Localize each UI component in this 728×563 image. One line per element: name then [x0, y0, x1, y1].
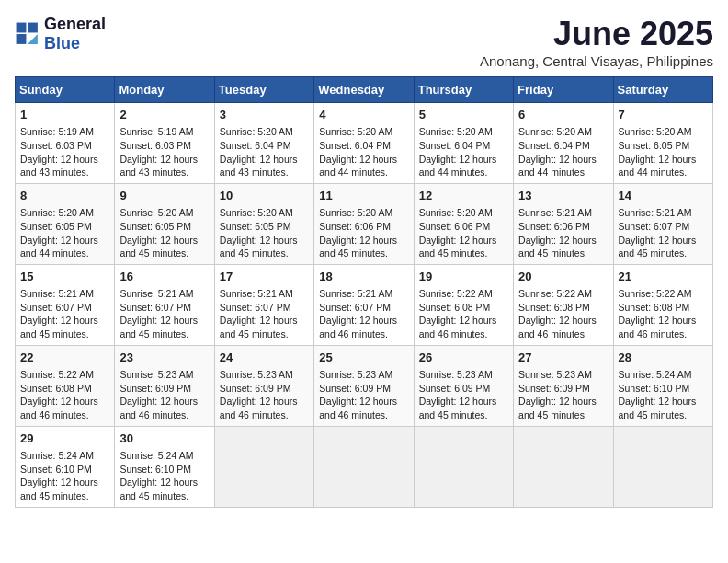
- empty-cell: [214, 426, 313, 507]
- calendar-week-row: 22 Sunrise: 5:22 AM Sunset: 6:08 PM Dayl…: [16, 345, 713, 426]
- header-friday: Friday: [514, 77, 613, 103]
- calendar: Sunday Monday Tuesday Wednesday Thursday…: [15, 76, 713, 508]
- month-title: June 2025: [480, 15, 713, 53]
- calendar-week-row: 1 Sunrise: 5:19 AM Sunset: 6:03 PM Dayli…: [16, 103, 713, 184]
- calendar-week-row: 15 Sunrise: 5:21 AM Sunset: 6:07 PM Dayl…: [16, 264, 713, 345]
- svg-rect-1: [28, 23, 38, 33]
- table-row: 10 Sunrise: 5:20 AM Sunset: 6:05 PM Dayl…: [214, 183, 313, 264]
- header-thursday: Thursday: [414, 77, 513, 103]
- header-wednesday: Wednesday: [314, 77, 414, 103]
- weekday-header-row: Sunday Monday Tuesday Wednesday Thursday…: [16, 77, 713, 103]
- logo-blue: Blue: [44, 34, 80, 52]
- table-row: 25 Sunrise: 5:23 AM Sunset: 6:09 PM Dayl…: [314, 345, 414, 426]
- table-row: 28 Sunrise: 5:24 AM Sunset: 6:10 PM Dayl…: [613, 345, 712, 426]
- title-area: June 2025 Anonang, Central Visayas, Phil…: [480, 15, 713, 69]
- empty-cell: [314, 426, 414, 507]
- table-row: 13 Sunrise: 5:21 AM Sunset: 6:06 PM Dayl…: [514, 183, 613, 264]
- calendar-body: 1 Sunrise: 5:19 AM Sunset: 6:03 PM Dayli…: [16, 103, 713, 508]
- logo-icon: [15, 21, 40, 47]
- logo-text: General Blue: [44, 15, 106, 53]
- table-row: 30 Sunrise: 5:24 AM Sunset: 6:10 PM Dayl…: [115, 426, 214, 507]
- logo-general: General: [44, 15, 106, 33]
- table-row: 5 Sunrise: 5:20 AM Sunset: 6:04 PM Dayli…: [414, 103, 513, 184]
- svg-rect-0: [17, 23, 27, 33]
- table-row: 23 Sunrise: 5:23 AM Sunset: 6:09 PM Dayl…: [115, 345, 214, 426]
- table-row: 3 Sunrise: 5:20 AM Sunset: 6:04 PM Dayli…: [214, 103, 313, 184]
- table-row: 1 Sunrise: 5:19 AM Sunset: 6:03 PM Dayli…: [16, 103, 115, 184]
- svg-rect-2: [17, 34, 27, 44]
- table-row: 8 Sunrise: 5:20 AM Sunset: 6:05 PM Dayli…: [16, 183, 115, 264]
- table-row: 27 Sunrise: 5:23 AM Sunset: 6:09 PM Dayl…: [514, 345, 613, 426]
- empty-cell: [414, 426, 513, 507]
- empty-cell: [514, 426, 613, 507]
- svg-marker-3: [28, 34, 38, 44]
- header-tuesday: Tuesday: [214, 77, 313, 103]
- calendar-week-row: 8 Sunrise: 5:20 AM Sunset: 6:05 PM Dayli…: [16, 183, 713, 264]
- table-row: 18 Sunrise: 5:21 AM Sunset: 6:07 PM Dayl…: [314, 264, 414, 345]
- table-row: 29 Sunrise: 5:24 AM Sunset: 6:10 PM Dayl…: [16, 426, 115, 507]
- header: General Blue June 2025 Anonang, Central …: [15, 15, 713, 69]
- calendar-week-row: 29 Sunrise: 5:24 AM Sunset: 6:10 PM Dayl…: [16, 426, 713, 507]
- table-row: 16 Sunrise: 5:21 AM Sunset: 6:07 PM Dayl…: [115, 264, 214, 345]
- table-row: 20 Sunrise: 5:22 AM Sunset: 6:08 PM Dayl…: [514, 264, 613, 345]
- table-row: 21 Sunrise: 5:22 AM Sunset: 6:08 PM Dayl…: [613, 264, 712, 345]
- table-row: 26 Sunrise: 5:23 AM Sunset: 6:09 PM Dayl…: [414, 345, 513, 426]
- table-row: 7 Sunrise: 5:20 AM Sunset: 6:05 PM Dayli…: [613, 103, 712, 184]
- header-monday: Monday: [115, 77, 214, 103]
- table-row: 9 Sunrise: 5:20 AM Sunset: 6:05 PM Dayli…: [115, 183, 214, 264]
- header-sunday: Sunday: [16, 77, 115, 103]
- table-row: 6 Sunrise: 5:20 AM Sunset: 6:04 PM Dayli…: [514, 103, 613, 184]
- table-row: 14 Sunrise: 5:21 AM Sunset: 6:07 PM Dayl…: [613, 183, 712, 264]
- table-row: 17 Sunrise: 5:21 AM Sunset: 6:07 PM Dayl…: [214, 264, 313, 345]
- table-row: 19 Sunrise: 5:22 AM Sunset: 6:08 PM Dayl…: [414, 264, 513, 345]
- table-row: 4 Sunrise: 5:20 AM Sunset: 6:04 PM Dayli…: [314, 103, 414, 184]
- table-row: 12 Sunrise: 5:20 AM Sunset: 6:06 PM Dayl…: [414, 183, 513, 264]
- header-saturday: Saturday: [613, 77, 712, 103]
- empty-cell: [613, 426, 712, 507]
- table-row: 2 Sunrise: 5:19 AM Sunset: 6:03 PM Dayli…: [115, 103, 214, 184]
- location-title: Anonang, Central Visayas, Philippines: [480, 53, 713, 69]
- table-row: 11 Sunrise: 5:20 AM Sunset: 6:06 PM Dayl…: [314, 183, 414, 264]
- table-row: 22 Sunrise: 5:22 AM Sunset: 6:08 PM Dayl…: [16, 345, 115, 426]
- table-row: 15 Sunrise: 5:21 AM Sunset: 6:07 PM Dayl…: [16, 264, 115, 345]
- logo: General Blue: [15, 15, 106, 53]
- table-row: 24 Sunrise: 5:23 AM Sunset: 6:09 PM Dayl…: [214, 345, 313, 426]
